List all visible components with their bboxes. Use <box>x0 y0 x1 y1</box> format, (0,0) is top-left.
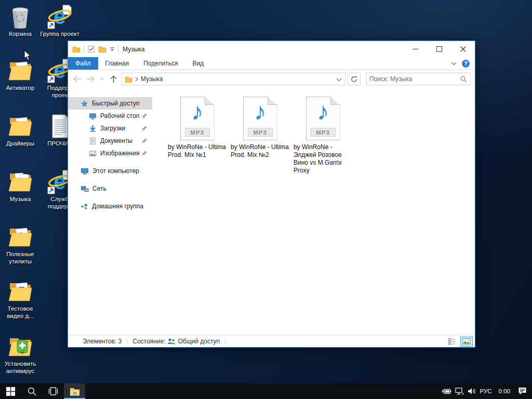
pin-icon <box>142 113 147 118</box>
file-tile[interactable]: ♪ MP3 by WinRoNe - Элджей Розовое Вино v… <box>294 97 352 175</box>
mp3-file-icon: ♪ MP3 <box>180 97 215 140</box>
sidebar-item-this-pc[interactable]: Этот компьютер <box>68 165 152 177</box>
desktop-icon-install-antivirus[interactable]: Установить антивирус <box>0 334 41 375</box>
tab-home[interactable]: Главная <box>98 57 137 70</box>
desktop-icon-useful-utilities[interactable]: Полезные утилиты <box>0 224 41 265</box>
up-button[interactable] <box>108 73 119 85</box>
battery-icon[interactable] <box>441 388 451 395</box>
ribbon-tabs: Файл Главная Поделиться Вид ? <box>68 57 475 70</box>
system-tray: РУС 0:00 <box>441 383 532 399</box>
file-list[interactable]: ♪ MP3 by WinRoNe - Ultima Prod. Mix №1 ♪… <box>152 88 475 335</box>
close-button[interactable] <box>451 41 475 57</box>
desktop-icon-test-video[interactable]: Тестовое видео д... <box>0 279 41 320</box>
sidebar-item-label: Этот компьютер <box>92 167 139 175</box>
file-tile[interactable]: ♪ MP3 by WinRoNe - Ultima Prod. Mix №1 <box>168 97 227 159</box>
sidebar-item-quick-access[interactable]: Быстрый доступ <box>68 97 152 110</box>
pin-icon <box>142 151 147 156</box>
up-arrow-icon <box>110 75 117 83</box>
back-button[interactable] <box>71 73 83 85</box>
state-value: Общий доступ <box>178 338 220 345</box>
file-type-badge: MP3 <box>311 128 336 137</box>
language-indicator[interactable]: РУС <box>480 388 492 394</box>
sidebar-item-pictures[interactable]: Изображения <box>68 147 152 159</box>
network-icon[interactable] <box>455 388 464 395</box>
forward-button[interactable] <box>85 73 96 85</box>
clock[interactable]: 0:00 <box>499 388 510 394</box>
title-bar[interactable]: Музыка <box>68 41 475 57</box>
forward-arrow-icon <box>86 75 95 83</box>
breadcrumb-location[interactable]: Музыка <box>141 75 163 83</box>
navigation-pane: Быстрый доступ Рабочий стол Загрузки <box>68 88 152 335</box>
breadcrumb-chevron-icon <box>135 77 138 82</box>
tab-file[interactable]: Файл <box>68 57 98 70</box>
volume-icon[interactable] <box>468 388 476 395</box>
taskbar-explorer-button[interactable] <box>64 383 85 399</box>
file-tile[interactable]: ♪ MP3 by WinRoNe - Ultima Prod. Mix №2 <box>231 97 289 159</box>
sidebar-item-desktop[interactable]: Рабочий стол <box>68 110 152 122</box>
folder-icon <box>8 58 33 83</box>
pin-icon <box>142 138 147 143</box>
tab-view[interactable]: Вид <box>185 57 211 70</box>
desktop-icon-music[interactable]: ♪ ♪ Музыка <box>0 169 41 203</box>
refresh-button[interactable] <box>348 73 361 85</box>
explorer-app-icon <box>72 45 81 54</box>
address-bar-row: Музыка <box>68 70 475 88</box>
thumbnail-view-button[interactable] <box>460 337 473 347</box>
recent-locations-dropdown[interactable] <box>98 73 105 85</box>
utilities-folder-icon <box>8 224 33 249</box>
search-icon <box>28 387 36 396</box>
tab-share[interactable]: Поделиться <box>136 57 185 70</box>
desktop-icon <box>89 112 97 120</box>
sidebar-item-label: Изображения <box>100 150 139 157</box>
action-center-icon[interactable] <box>518 387 527 395</box>
desktop-icon-label: Тестовое видео д... <box>0 305 41 320</box>
search-input[interactable] <box>369 75 460 83</box>
minimize-icon <box>413 46 418 52</box>
desktop-icon-label: Корзина <box>0 31 41 38</box>
qat-properties-button[interactable] <box>87 45 95 53</box>
sidebar-item-homegroup[interactable]: Домашняя группа <box>68 200 152 212</box>
recycle-bin-icon <box>8 4 33 29</box>
expand-ribbon-chevron-icon[interactable] <box>451 62 457 65</box>
folder-icon <box>8 114 33 139</box>
address-dropdown[interactable] <box>336 74 342 84</box>
maximize-button[interactable] <box>427 41 451 57</box>
maximize-icon <box>436 46 442 52</box>
sidebar-item-downloads[interactable]: Загрузки <box>68 122 152 135</box>
desktop-icon-label: Драйверы <box>0 140 41 148</box>
desktop-icon-recycle-bin[interactable]: Корзина <box>0 4 41 38</box>
desktop-icon-drivers[interactable]: Драйверы <box>0 114 41 148</box>
taskbar-search-button[interactable] <box>21 383 43 399</box>
task-view-button[interactable] <box>43 383 64 399</box>
file-explorer-icon <box>70 387 80 396</box>
qat-new-folder-button[interactable] <box>98 45 107 54</box>
status-bar: Элементов: 3 Состояние: Общий доступ <box>68 335 475 347</box>
search-icon[interactable] <box>460 76 467 83</box>
pin-icon <box>142 126 147 131</box>
windows-logo-icon <box>6 387 15 396</box>
sidebar-item-label: Рабочий стол <box>100 112 139 119</box>
qat-customize-dropdown[interactable] <box>110 47 115 51</box>
mp3-file-icon: ♪ MP3 <box>306 97 340 140</box>
details-view-button[interactable] <box>446 337 458 347</box>
svg-text:e: e <box>54 4 65 29</box>
network-icon <box>81 185 89 193</box>
help-icon[interactable]: ? <box>462 60 470 68</box>
start-button[interactable] <box>0 383 21 399</box>
sidebar-item-documents[interactable]: Документы <box>68 135 152 147</box>
file-type-badge: MP3 <box>248 128 273 137</box>
internet-explorer-shortcut-icon: e <box>47 4 72 29</box>
sidebar-item-label: Загрузки <box>100 125 125 132</box>
desktop-icon-activator[interactable]: Активатор <box>0 58 41 92</box>
downloads-icon <box>89 125 97 132</box>
sidebar-item-network[interactable]: Сеть <box>68 182 152 195</box>
minimize-button[interactable] <box>403 41 427 57</box>
thumbnail-view-icon <box>462 338 471 344</box>
search-box[interactable] <box>366 73 471 85</box>
address-bar[interactable]: Музыка <box>121 73 345 85</box>
window-title: Музыка <box>123 46 144 53</box>
folder-icon <box>125 76 132 83</box>
explorer-window: Музыка Файл Главная Поделиться Вид ? <box>68 41 475 348</box>
desktop-icon-group-project[interactable]: e Группа проект <box>39 4 80 38</box>
music-note-icon: ♪ <box>180 98 215 125</box>
